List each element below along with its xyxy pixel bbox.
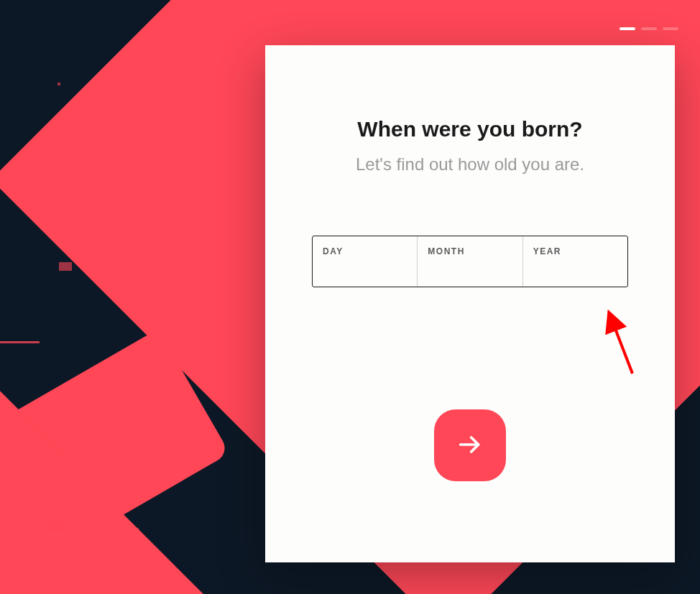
year-input[interactable] xyxy=(533,259,617,272)
month-input[interactable] xyxy=(428,259,512,272)
month-field-wrapper: MONTH xyxy=(418,236,522,287)
card-subtitle: Let's find out how old you are. xyxy=(356,154,584,175)
day-field-wrapper: DAY xyxy=(313,236,418,287)
year-label: YEAR xyxy=(533,246,617,256)
progress-step-2 xyxy=(641,27,657,30)
card-title: When were you born? xyxy=(357,117,582,141)
day-input[interactable] xyxy=(323,259,407,272)
progress-step-1 xyxy=(620,27,635,30)
progress-step-3 xyxy=(663,27,678,30)
date-input-group: DAY MONTH YEAR xyxy=(312,236,628,287)
form-card: When were you born? Let's find out how o… xyxy=(265,45,675,562)
day-label: DAY xyxy=(323,246,407,256)
arrow-right-icon xyxy=(456,430,484,461)
month-label: MONTH xyxy=(428,246,512,256)
progress-indicator xyxy=(620,27,678,30)
year-field-wrapper: YEAR xyxy=(523,236,627,287)
next-button[interactable] xyxy=(434,409,506,481)
